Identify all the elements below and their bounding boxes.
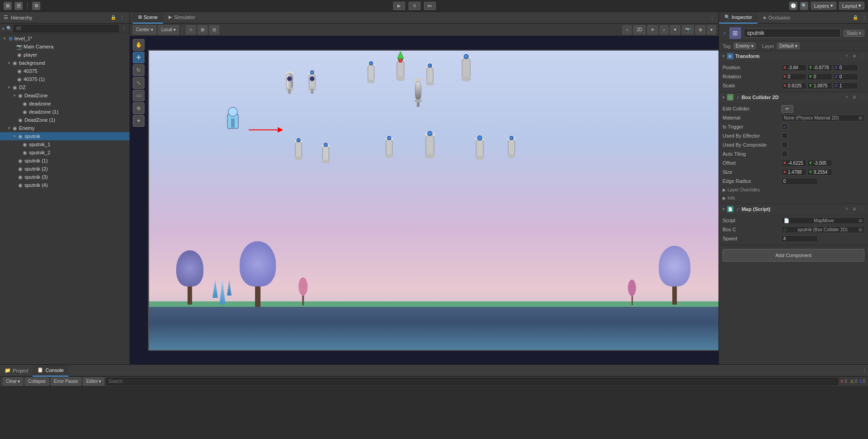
persp-btn[interactable]: ○	[622, 25, 632, 34]
size-x-field[interactable]: X 1.4788	[781, 169, 806, 176]
mapscript-enabled-checkbox[interactable]: ✓	[736, 207, 740, 212]
used-by-composite-checkbox[interactable]	[781, 142, 788, 148]
material-select-icon[interactable]: ⊙	[858, 115, 862, 120]
position-z-field[interactable]: Z 0	[833, 64, 858, 71]
warn-count[interactable]: ⚠ 0	[850, 379, 858, 384]
inspector-more-button[interactable]: ⋮	[861, 14, 868, 21]
tree-item-background[interactable]: ▼ ◉ background	[0, 59, 130, 67]
tree-item-40375[interactable]: ◉ 40375	[0, 67, 130, 75]
rotate-tool-button[interactable]: ↻	[133, 64, 145, 76]
tree-item-sputnik-a1[interactable]: ◉ sputnik (1)	[0, 157, 130, 165]
clear-button[interactable]: Clear ▾	[3, 377, 23, 386]
auto-tiling-checkbox[interactable]	[781, 151, 788, 157]
boxcollider-more-button[interactable]: ⋮	[859, 94, 865, 100]
tree-item-sputnik-1[interactable]: ◉ sputnik_1	[0, 140, 130, 148]
tree-item-sputnik-a3[interactable]: ◉ sputnik (3)	[0, 173, 130, 181]
component-mapscript-header[interactable]: ▼ 📄 ✓ Map (Script) ? ⚙ ⋮	[719, 204, 868, 214]
move-tool-button[interactable]: ✛	[133, 52, 145, 63]
gizmos-btn[interactable]: ⊕	[695, 25, 705, 34]
hand-tool-button[interactable]: ✋	[133, 39, 145, 51]
custom-tool-button[interactable]: ✦	[133, 115, 145, 127]
position-y-field[interactable]: Y -0.8778	[807, 64, 832, 71]
tab-project[interactable]: 📁 Project	[0, 365, 33, 377]
hierarchy-search-input[interactable]	[14, 25, 119, 32]
mapscript-settings-button[interactable]: ⚙	[851, 206, 858, 212]
transform-more-button[interactable]: ⋮	[859, 53, 865, 59]
tree-item-deadzone-child[interactable]: ◉ deadzone	[0, 100, 130, 108]
tree-item-deadzone[interactable]: ▼ ◉ DeadZone	[0, 91, 130, 100]
gizmo-btn[interactable]: ⊟	[209, 25, 219, 34]
console-search-input[interactable]	[106, 378, 838, 385]
mapscript-more-button[interactable]: ⋮	[859, 206, 865, 212]
scene-more-button[interactable]: ⋮	[709, 14, 716, 21]
size-y-field[interactable]: Y 9.2554	[807, 169, 832, 176]
settings-icon[interactable]: ⚙	[32, 2, 40, 10]
local-dropdown[interactable]: Local ▾	[158, 25, 179, 34]
rect-tool-button[interactable]: ▭	[133, 90, 145, 101]
is-trigger-checkbox[interactable]: ✓	[781, 124, 788, 130]
tree-item-sputnik-2[interactable]: ◉ sputnik_2	[0, 148, 130, 157]
active-checkbox[interactable]: ✓	[723, 30, 727, 36]
tree-item-40375-1[interactable]: ◉ 40375 (1)	[0, 75, 130, 83]
script-select-icon[interactable]: ⊙	[858, 218, 862, 223]
center-dropdown[interactable]: Center ▾	[133, 25, 156, 34]
boxcollider-enabled-checkbox[interactable]: ✓	[736, 95, 740, 100]
grid-move-btn[interactable]: ⊹	[186, 25, 196, 34]
box-c-field[interactable]: □ sputnik (Box Collider 2D) ⊙	[781, 226, 864, 233]
scale-y-field[interactable]: Y 1.0875	[807, 82, 832, 89]
step-button[interactable]: ⏭	[424, 2, 436, 10]
gizmos-chevron[interactable]: ▾	[707, 25, 716, 34]
component-boxcollider-header[interactable]: ▼ □ ✓ Box Collider 2D ? ⚙ ⋮	[719, 92, 868, 102]
used-by-effector-checkbox[interactable]	[781, 133, 788, 139]
mapscript-help-button[interactable]: ?	[844, 206, 850, 212]
tree-item-main-camera[interactable]: 📷 Main Camera	[0, 43, 130, 51]
tree-item-player[interactable]: ◉ player	[0, 51, 130, 59]
tab-console[interactable]: 📋 Console	[33, 365, 68, 377]
tree-item-deadzone-1[interactable]: ◉ deadzone (1)	[0, 108, 130, 116]
collapse-button[interactable]: Collapse	[25, 377, 49, 386]
offset-y-field[interactable]: Y -3.005	[807, 160, 832, 167]
hierarchy-more-button[interactable]: ⋮	[119, 14, 126, 21]
hierarchy-lock-button[interactable]: 🔒	[110, 14, 117, 21]
scene-view[interactable]: ✋ ✛ ↻ ⤡ ▭ ⊕ ✦	[130, 36, 719, 364]
rotation-y-field[interactable]: Y 0	[807, 73, 832, 80]
edge-radius-field[interactable]: 0	[781, 178, 818, 185]
tree-item-dz[interactable]: ▼ ◉ DZ	[0, 83, 130, 91]
static-dropdown[interactable]: Static ▾	[844, 30, 864, 37]
transform-tool-button[interactable]: ⊕	[133, 102, 145, 114]
tab-inspector[interactable]: 🔍 Inspector	[719, 12, 757, 24]
hierarchy-options-button[interactable]: ⋮	[121, 25, 128, 32]
box-c-select-icon[interactable]: ⊙	[858, 227, 862, 232]
inspector-lock-button[interactable]: 🔒	[852, 14, 859, 21]
scale-x-field[interactable]: X 0.9225	[781, 82, 806, 89]
tree-item-deadzone-1b[interactable]: ◉ DeadZone (1)	[0, 116, 130, 124]
tree-item-sputnik[interactable]: ▼ ◉ sputnik	[0, 132, 130, 140]
fx-btn[interactable]: ✦	[670, 25, 680, 34]
material-field[interactable]: None (Physics Material 2D) ⊙	[781, 115, 864, 121]
position-x-field[interactable]: X -3.84	[781, 64, 806, 71]
add-component-button[interactable]: Add Component	[723, 249, 864, 262]
error-count[interactable]: ✕ 0	[840, 379, 847, 384]
scale-tool-button[interactable]: ⤡	[133, 77, 145, 89]
layout-dropdown[interactable]: Layout ▾	[839, 2, 864, 10]
2d-btn[interactable]: 2D	[633, 25, 646, 34]
scale-z-field[interactable]: Z 1	[833, 82, 858, 89]
lighting-btn[interactable]: ☀	[647, 25, 658, 34]
transform-help-button[interactable]: ?	[844, 53, 850, 59]
layer-overrides-section[interactable]: ▶ Layer Overrides	[719, 186, 868, 194]
script-field[interactable]: 📄 MapMove ⊙	[781, 217, 864, 224]
snap-btn[interactable]: ⊞	[198, 25, 207, 34]
audio-btn[interactable]: ♪	[660, 25, 668, 34]
tree-item-enemy[interactable]: ▼ ◉ Enemy	[0, 124, 130, 132]
menu-icon[interactable]: ☰	[14, 2, 23, 10]
tab-scene[interactable]: ⊞ Scene	[133, 12, 163, 24]
pause-button[interactable]: ⏸	[409, 2, 420, 10]
tree-item-sputnik-a2[interactable]: ◉ sputnik (2)	[0, 165, 130, 173]
component-transform-header[interactable]: ▼ ⊞ Transform ? ⚙ ⋮	[719, 51, 868, 61]
history-icon[interactable]: 🕐	[789, 2, 797, 10]
info-section[interactable]: ▶ Info	[719, 194, 868, 202]
offset-x-field[interactable]: X -4.6225	[781, 160, 806, 167]
bottom-panel-more-button[interactable]: ⋮	[861, 367, 868, 374]
error-pause-button[interactable]: Error Pause	[51, 377, 81, 386]
tag-select[interactable]: Enemy ▾	[733, 43, 756, 49]
